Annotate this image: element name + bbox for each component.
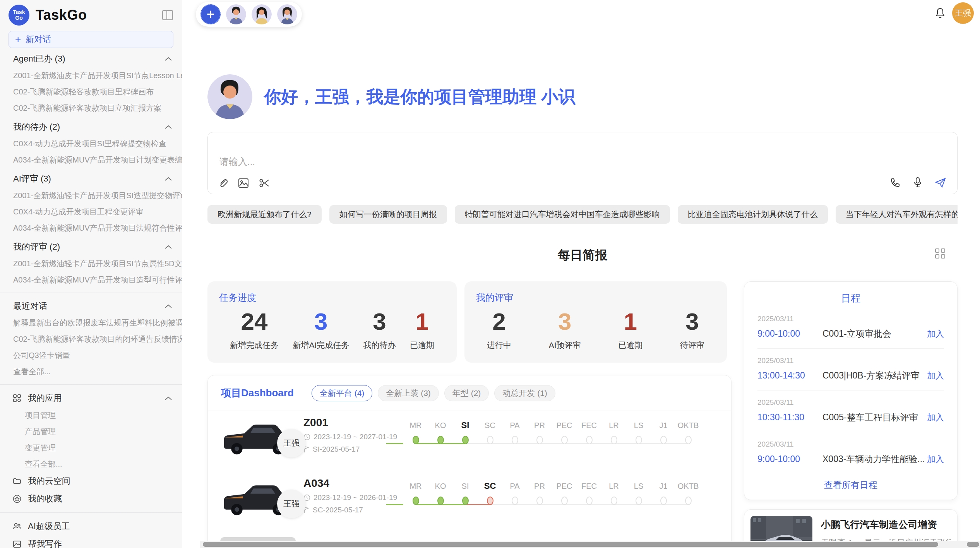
join-link[interactable]: 加入: [927, 454, 944, 465]
image-upload-icon[interactable]: [238, 178, 249, 188]
tab-year-model[interactable]: 年型 (2): [444, 385, 489, 401]
section-header-agent-done[interactable]: Agent已办 (3): [0, 50, 182, 67]
sidebar-task-item[interactable]: C0X4-动力总成开发项目SI里程碑提交物检查: [0, 135, 182, 152]
flag-label: SC-2025-05-17: [313, 506, 363, 514]
sidebar-task-item[interactable]: C02-飞腾新能源轻客改款项目里程碑画布: [0, 84, 182, 100]
milestone: PEC: [552, 419, 577, 472]
agent-avatar[interactable]: [252, 4, 272, 24]
project-flag: SI-2025-05-17: [303, 445, 403, 454]
sidebar-task-item[interactable]: Z001-全新燃油皮卡产品开发项目SI节点Lesson Learn报告: [0, 67, 182, 84]
event-date: 2025/03/11: [757, 315, 944, 323]
sidebar-task-item[interactable]: C0X4-动力总成开发项目工程变更评审: [0, 204, 182, 220]
dashboard-title: 项目Dashboard: [221, 386, 294, 400]
recent-chat-view-all[interactable]: 查看全部...: [0, 363, 182, 380]
user-avatar[interactable]: 王强: [952, 2, 974, 24]
app-item-change-mgmt[interactable]: 变更管理: [0, 440, 182, 456]
project-row[interactable]: 王强 Z001 2023-12-19 ~ 2027-01-19 SI-2025-…: [208, 411, 731, 472]
milestone-dot: [413, 436, 419, 444]
flag-label: SI-2025-05-17: [313, 445, 360, 454]
send-icon[interactable]: [935, 177, 946, 188]
sidebar-item-my-apps[interactable]: 我的应用: [0, 389, 182, 407]
attachment-icon[interactable]: [218, 178, 228, 188]
milestone: OKTB: [676, 419, 701, 472]
app-item-product-mgmt[interactable]: 产品管理: [0, 423, 182, 440]
recent-chat-item[interactable]: 公司Q3轻卡销量: [0, 347, 182, 363]
dashboard-header: 项目Dashboard 全新平台 (4) 全新上装 (3) 年型 (2) 动总开…: [208, 375, 731, 411]
sidebar-task-item[interactable]: A034-全新新能源MUV产品开发项目计划变更表编写: [0, 152, 182, 168]
suggestion-chip[interactable]: 欧洲新规最近颁布了什么?: [207, 205, 322, 224]
section-label: Agent已办 (3): [13, 53, 65, 65]
stat-label: 待评审: [680, 340, 704, 351]
tab-new-platform[interactable]: 全新平台 (4): [312, 385, 373, 401]
section-header-my-todo[interactable]: 我的待办 (2): [0, 118, 182, 135]
milestone: PA: [502, 480, 527, 533]
logo-line1: Task: [13, 9, 25, 15]
scissors-icon[interactable]: [259, 178, 270, 188]
tab-powertrain[interactable]: 动总开发 (1): [494, 385, 555, 401]
join-link[interactable]: 加入: [927, 328, 944, 340]
phone-icon[interactable]: [890, 177, 901, 188]
stat-label: 已逾期: [618, 340, 642, 351]
section-header-my-review[interactable]: 我的评审 (2): [0, 238, 182, 255]
layout-grid-icon[interactable]: [934, 248, 946, 259]
assistant-avatar: [207, 74, 252, 119]
notification-bell-icon[interactable]: [934, 7, 946, 19]
milestone-dot: [413, 497, 419, 505]
schedule-event: 2025/03/11 13:00-14:30 C003|H0B-方案冻结评审 加…: [757, 349, 944, 390]
project-row[interactable]: 王强 A034 2023-12-19 ~ 2026-01-19 SC-2025-…: [208, 472, 731, 533]
join-link[interactable]: 加入: [927, 412, 944, 423]
join-link[interactable]: 加入: [927, 370, 944, 382]
new-chat-label: 新对话: [26, 34, 51, 45]
sidebar-task-item[interactable]: C02-飞腾新能源轻客改款项目立项汇报方案: [0, 100, 182, 116]
sidebar-task-item[interactable]: Z001-全新燃油轻卡产品开发项目SI节点属性5D文件评审: [0, 255, 182, 272]
logo-line2: Go: [15, 15, 22, 21]
app-title: TaskGo: [36, 7, 87, 23]
stat-label: 新增AI完成任务: [293, 340, 349, 351]
tab-new-body[interactable]: 全新上装 (3): [378, 385, 439, 401]
sidebar-item-ai-staff[interactable]: AI超级员工: [0, 517, 182, 535]
suggestion-chip[interactable]: 比亚迪全固态电池计划具体说了什么: [678, 205, 828, 224]
owner-name: 王强: [283, 498, 300, 509]
new-chat-button[interactable]: + 新对话: [9, 31, 173, 48]
sidebar-item-help-write[interactable]: 帮我写作: [0, 535, 182, 548]
milestone-dot: [636, 497, 642, 505]
mic-icon[interactable]: [913, 177, 922, 188]
sidebar-collapse-icon[interactable]: [162, 10, 173, 21]
milestone-dot: [536, 436, 543, 444]
recent-chat-item[interactable]: 解释最新出台的欧盟报废车法规再生塑料比例被调至15%...: [0, 315, 182, 331]
sidebar-item-favorites[interactable]: 我的收藏: [0, 490, 182, 508]
suggestion-chip[interactable]: 特朗普可能对进口汽车增税会对中国车企造成哪些影响: [455, 205, 670, 224]
event-date: 2025/03/11: [757, 440, 944, 449]
schedule-event: 2025/03/11 9:00-10:00 C001-立项审批会 加入: [757, 307, 944, 349]
sidebar-task-item[interactable]: Z001-全新燃油轻卡产品开发项目SI造型提交物评审: [0, 187, 182, 204]
milestone: SI: [453, 419, 478, 472]
section-header-ai-review[interactable]: AI评审 (3): [0, 170, 182, 187]
suggestion-chip[interactable]: 当下年轻人对汽车外观有怎样的喜好趋势: [836, 205, 958, 224]
app-item-project-mgmt[interactable]: 项目管理: [0, 407, 182, 423]
sidebar-task-item[interactable]: A034-全新新能源MUV产品开发项目法规符合性评审: [0, 220, 182, 236]
sidebar-task-item[interactable]: A034-全新新能源MUV产品开发项目造型可行性评审: [0, 272, 182, 288]
section-header-recent-chats[interactable]: 最近对话: [0, 298, 182, 315]
chat-input[interactable]: [219, 156, 761, 167]
sidebar-item-cloud-space[interactable]: 我的云空间: [0, 472, 182, 490]
milestone: SI: [453, 480, 478, 533]
milestone: OKTB: [676, 480, 701, 533]
agent-avatar[interactable]: [277, 4, 297, 24]
scrollbar-corner[interactable]: [967, 542, 979, 547]
recent-chat-item[interactable]: C02-飞腾新能源轻客改款项目的闭环通告反馈情况: [0, 331, 182, 347]
project-dates: 2023-12-19 ~ 2026-01-19: [303, 493, 403, 502]
view-all-schedule-link[interactable]: 查看所有日程: [744, 479, 957, 491]
suggestion-chip[interactable]: 如何写一份清晰的项目周报: [329, 205, 447, 224]
divider: [0, 512, 182, 513]
app-logo: Task Go: [9, 5, 29, 26]
add-agent-button[interactable]: +: [200, 4, 221, 24]
app-item-view-all[interactable]: 查看全部...: [0, 456, 182, 472]
milestone-dot: [512, 497, 518, 505]
scrollbar-thumb[interactable]: [203, 542, 938, 547]
agent-avatar[interactable]: [226, 4, 246, 24]
stat-value: 2: [487, 308, 511, 335]
project-flag: SC-2025-05-17: [303, 506, 403, 514]
project-media: 王强: [220, 411, 303, 472]
chevron-up-icon: [165, 396, 172, 401]
divider: [0, 384, 182, 385]
